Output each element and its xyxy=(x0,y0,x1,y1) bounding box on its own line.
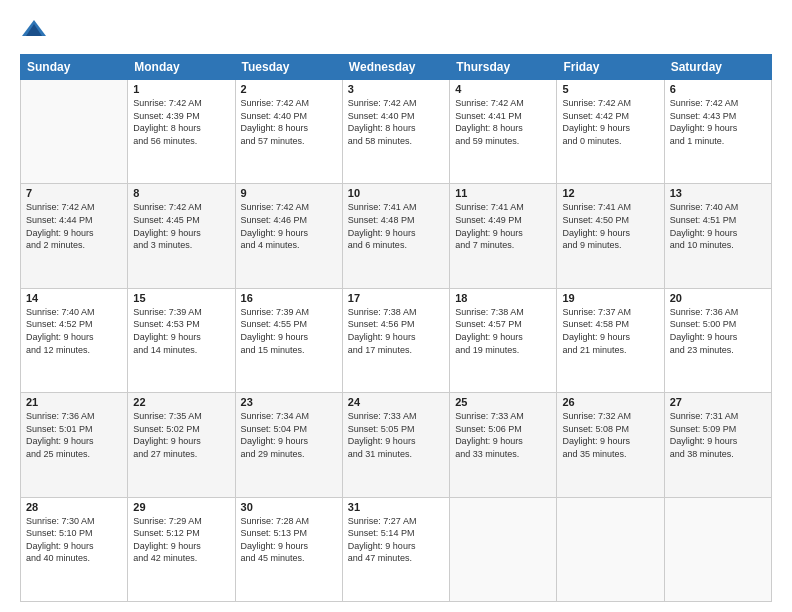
day-number: 26 xyxy=(562,396,658,408)
calendar-week-1: 7Sunrise: 7:42 AMSunset: 4:44 PMDaylight… xyxy=(21,184,772,288)
day-number: 4 xyxy=(455,83,551,95)
day-number: 6 xyxy=(670,83,766,95)
day-number: 5 xyxy=(562,83,658,95)
day-number: 22 xyxy=(133,396,229,408)
day-info: Sunrise: 7:42 AMSunset: 4:42 PMDaylight:… xyxy=(562,97,658,147)
calendar-week-0: 1Sunrise: 7:42 AMSunset: 4:39 PMDaylight… xyxy=(21,80,772,184)
day-info: Sunrise: 7:28 AMSunset: 5:13 PMDaylight:… xyxy=(241,515,337,565)
header xyxy=(20,16,772,44)
calendar-cell: 22Sunrise: 7:35 AMSunset: 5:02 PMDayligh… xyxy=(128,393,235,497)
day-number: 9 xyxy=(241,187,337,199)
day-number: 29 xyxy=(133,501,229,513)
calendar-cell: 9Sunrise: 7:42 AMSunset: 4:46 PMDaylight… xyxy=(235,184,342,288)
day-info: Sunrise: 7:39 AMSunset: 4:53 PMDaylight:… xyxy=(133,306,229,356)
day-info: Sunrise: 7:42 AMSunset: 4:40 PMDaylight:… xyxy=(348,97,444,147)
day-number: 18 xyxy=(455,292,551,304)
day-info: Sunrise: 7:42 AMSunset: 4:46 PMDaylight:… xyxy=(241,201,337,251)
day-info: Sunrise: 7:29 AMSunset: 5:12 PMDaylight:… xyxy=(133,515,229,565)
weekday-monday: Monday xyxy=(128,55,235,80)
day-info: Sunrise: 7:42 AMSunset: 4:40 PMDaylight:… xyxy=(241,97,337,147)
calendar-cell: 26Sunrise: 7:32 AMSunset: 5:08 PMDayligh… xyxy=(557,393,664,497)
calendar-cell: 17Sunrise: 7:38 AMSunset: 4:56 PMDayligh… xyxy=(342,288,449,392)
day-number: 14 xyxy=(26,292,122,304)
day-info: Sunrise: 7:41 AMSunset: 4:50 PMDaylight:… xyxy=(562,201,658,251)
calendar-cell: 27Sunrise: 7:31 AMSunset: 5:09 PMDayligh… xyxy=(664,393,771,497)
day-info: Sunrise: 7:27 AMSunset: 5:14 PMDaylight:… xyxy=(348,515,444,565)
day-info: Sunrise: 7:42 AMSunset: 4:44 PMDaylight:… xyxy=(26,201,122,251)
day-info: Sunrise: 7:34 AMSunset: 5:04 PMDaylight:… xyxy=(241,410,337,460)
day-info: Sunrise: 7:31 AMSunset: 5:09 PMDaylight:… xyxy=(670,410,766,460)
day-info: Sunrise: 7:41 AMSunset: 4:48 PMDaylight:… xyxy=(348,201,444,251)
calendar-cell: 3Sunrise: 7:42 AMSunset: 4:40 PMDaylight… xyxy=(342,80,449,184)
calendar-week-2: 14Sunrise: 7:40 AMSunset: 4:52 PMDayligh… xyxy=(21,288,772,392)
calendar-cell: 10Sunrise: 7:41 AMSunset: 4:48 PMDayligh… xyxy=(342,184,449,288)
day-info: Sunrise: 7:41 AMSunset: 4:49 PMDaylight:… xyxy=(455,201,551,251)
day-info: Sunrise: 7:39 AMSunset: 4:55 PMDaylight:… xyxy=(241,306,337,356)
day-number: 11 xyxy=(455,187,551,199)
day-info: Sunrise: 7:40 AMSunset: 4:51 PMDaylight:… xyxy=(670,201,766,251)
day-number: 23 xyxy=(241,396,337,408)
day-number: 3 xyxy=(348,83,444,95)
calendar-cell: 19Sunrise: 7:37 AMSunset: 4:58 PMDayligh… xyxy=(557,288,664,392)
calendar-cell: 6Sunrise: 7:42 AMSunset: 4:43 PMDaylight… xyxy=(664,80,771,184)
calendar-cell: 16Sunrise: 7:39 AMSunset: 4:55 PMDayligh… xyxy=(235,288,342,392)
calendar-cell: 15Sunrise: 7:39 AMSunset: 4:53 PMDayligh… xyxy=(128,288,235,392)
logo-icon xyxy=(20,16,48,44)
calendar-cell: 18Sunrise: 7:38 AMSunset: 4:57 PMDayligh… xyxy=(450,288,557,392)
day-number: 27 xyxy=(670,396,766,408)
calendar-cell: 23Sunrise: 7:34 AMSunset: 5:04 PMDayligh… xyxy=(235,393,342,497)
weekday-tuesday: Tuesday xyxy=(235,55,342,80)
calendar-cell: 7Sunrise: 7:42 AMSunset: 4:44 PMDaylight… xyxy=(21,184,128,288)
weekday-header-row: SundayMondayTuesdayWednesdayThursdayFrid… xyxy=(21,55,772,80)
logo xyxy=(20,16,52,44)
day-info: Sunrise: 7:33 AMSunset: 5:05 PMDaylight:… xyxy=(348,410,444,460)
calendar-week-3: 21Sunrise: 7:36 AMSunset: 5:01 PMDayligh… xyxy=(21,393,772,497)
calendar-cell: 14Sunrise: 7:40 AMSunset: 4:52 PMDayligh… xyxy=(21,288,128,392)
day-number: 31 xyxy=(348,501,444,513)
calendar-cell: 29Sunrise: 7:29 AMSunset: 5:12 PMDayligh… xyxy=(128,497,235,601)
calendar-cell: 31Sunrise: 7:27 AMSunset: 5:14 PMDayligh… xyxy=(342,497,449,601)
calendar-cell: 8Sunrise: 7:42 AMSunset: 4:45 PMDaylight… xyxy=(128,184,235,288)
calendar-cell: 2Sunrise: 7:42 AMSunset: 4:40 PMDaylight… xyxy=(235,80,342,184)
calendar-cell: 24Sunrise: 7:33 AMSunset: 5:05 PMDayligh… xyxy=(342,393,449,497)
weekday-saturday: Saturday xyxy=(664,55,771,80)
day-number: 21 xyxy=(26,396,122,408)
day-info: Sunrise: 7:33 AMSunset: 5:06 PMDaylight:… xyxy=(455,410,551,460)
day-number: 20 xyxy=(670,292,766,304)
calendar-cell: 12Sunrise: 7:41 AMSunset: 4:50 PMDayligh… xyxy=(557,184,664,288)
day-number: 16 xyxy=(241,292,337,304)
calendar-cell: 13Sunrise: 7:40 AMSunset: 4:51 PMDayligh… xyxy=(664,184,771,288)
calendar-cell: 1Sunrise: 7:42 AMSunset: 4:39 PMDaylight… xyxy=(128,80,235,184)
weekday-thursday: Thursday xyxy=(450,55,557,80)
calendar-week-4: 28Sunrise: 7:30 AMSunset: 5:10 PMDayligh… xyxy=(21,497,772,601)
calendar-cell: 4Sunrise: 7:42 AMSunset: 4:41 PMDaylight… xyxy=(450,80,557,184)
day-number: 1 xyxy=(133,83,229,95)
day-number: 10 xyxy=(348,187,444,199)
day-info: Sunrise: 7:42 AMSunset: 4:45 PMDaylight:… xyxy=(133,201,229,251)
day-info: Sunrise: 7:35 AMSunset: 5:02 PMDaylight:… xyxy=(133,410,229,460)
day-number: 8 xyxy=(133,187,229,199)
day-info: Sunrise: 7:32 AMSunset: 5:08 PMDaylight:… xyxy=(562,410,658,460)
day-info: Sunrise: 7:42 AMSunset: 4:39 PMDaylight:… xyxy=(133,97,229,147)
day-info: Sunrise: 7:40 AMSunset: 4:52 PMDaylight:… xyxy=(26,306,122,356)
calendar-cell: 25Sunrise: 7:33 AMSunset: 5:06 PMDayligh… xyxy=(450,393,557,497)
calendar-table: SundayMondayTuesdayWednesdayThursdayFrid… xyxy=(20,54,772,602)
day-info: Sunrise: 7:36 AMSunset: 5:01 PMDaylight:… xyxy=(26,410,122,460)
day-info: Sunrise: 7:42 AMSunset: 4:41 PMDaylight:… xyxy=(455,97,551,147)
day-number: 15 xyxy=(133,292,229,304)
day-number: 28 xyxy=(26,501,122,513)
calendar-cell: 5Sunrise: 7:42 AMSunset: 4:42 PMDaylight… xyxy=(557,80,664,184)
day-number: 19 xyxy=(562,292,658,304)
day-info: Sunrise: 7:38 AMSunset: 4:56 PMDaylight:… xyxy=(348,306,444,356)
calendar-cell: 11Sunrise: 7:41 AMSunset: 4:49 PMDayligh… xyxy=(450,184,557,288)
calendar-cell xyxy=(557,497,664,601)
day-number: 25 xyxy=(455,396,551,408)
calendar-cell: 30Sunrise: 7:28 AMSunset: 5:13 PMDayligh… xyxy=(235,497,342,601)
day-number: 2 xyxy=(241,83,337,95)
day-number: 12 xyxy=(562,187,658,199)
page: SundayMondayTuesdayWednesdayThursdayFrid… xyxy=(0,0,792,612)
calendar-cell: 20Sunrise: 7:36 AMSunset: 5:00 PMDayligh… xyxy=(664,288,771,392)
weekday-wednesday: Wednesday xyxy=(342,55,449,80)
weekday-friday: Friday xyxy=(557,55,664,80)
day-info: Sunrise: 7:42 AMSunset: 4:43 PMDaylight:… xyxy=(670,97,766,147)
